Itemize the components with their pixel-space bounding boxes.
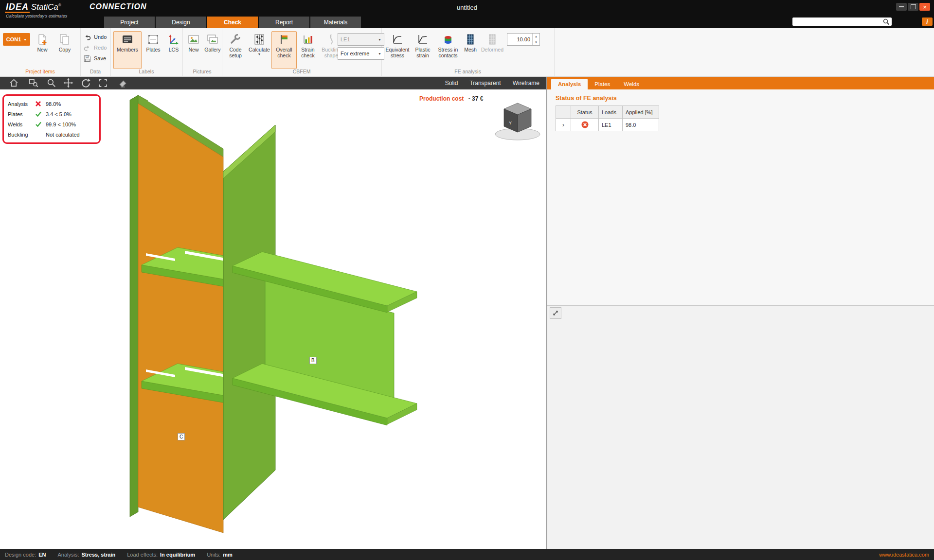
summary-row-plates: Plates 3.4 < 5.0% <box>8 109 95 119</box>
table-row[interactable]: › LE1 98.0 <box>556 119 659 131</box>
labels-lcs-button[interactable]: LCS <box>165 31 182 69</box>
close-button[interactable]: × <box>919 3 930 11</box>
applied-header: Applied [%] <box>623 106 659 119</box>
equivalent-stress-button[interactable]: Equivalent stress <box>384 31 411 69</box>
info-button[interactable]: i <box>922 18 933 26</box>
new-project-item-button[interactable]: New <box>31 31 54 69</box>
check-summary-callout: Analysis 98.0% Plates 3.4 < 5.0% Welds 9… <box>2 94 101 144</box>
results-tab-plates[interactable]: Plates <box>588 79 617 89</box>
fe-analysis-table: Status Loads Applied [%] › LE1 98.0 <box>556 105 659 131</box>
connection-item-dropdown[interactable]: CON1 ▼ <box>3 33 30 46</box>
column-left-flange <box>130 95 138 517</box>
deformed-scale-spinner[interactable]: 10.00 ▲ ▼ <box>507 33 540 46</box>
buckling-shape-icon <box>325 33 338 46</box>
code-setup-label: Code setup <box>224 47 247 58</box>
picture-new-button[interactable]: New <box>184 31 203 69</box>
panel-divider[interactable] <box>547 305 934 306</box>
applied-cell: 98.0 <box>623 119 659 131</box>
fit-view-icon <box>98 78 108 88</box>
deformed-label: Deformed <box>481 47 503 52</box>
render-mode-solid[interactable]: Solid <box>445 80 458 87</box>
pan-button[interactable] <box>62 77 74 88</box>
status-label: Units: <box>207 552 220 558</box>
home-view-button[interactable] <box>8 77 19 88</box>
plastic-strain-button[interactable]: Plastic strain <box>411 31 435 69</box>
ribbon-tab-bar: Project Design Check Report Materials <box>104 17 361 28</box>
overall-check-button[interactable]: Overall check <box>271 31 297 69</box>
summary-value: 3.4 < 5.0% <box>46 111 95 117</box>
extreme-select[interactable]: For extreme ▼ <box>338 47 384 60</box>
undo-button[interactable]: Undo <box>83 33 107 41</box>
rotate-button[interactable] <box>80 77 91 88</box>
pane-resize-button[interactable] <box>550 307 561 319</box>
deformed-button[interactable]: Deformed <box>480 31 505 69</box>
member-label-column[interactable]: C <box>178 433 185 440</box>
summary-value: 98.0% <box>46 101 95 107</box>
results-tab-welds[interactable]: Welds <box>617 79 646 89</box>
search-box[interactable] <box>792 18 892 26</box>
save-label: Save <box>94 55 106 61</box>
tab-check[interactable]: Check <box>207 17 258 28</box>
load-effect-select[interactable]: LE1 ▼ <box>338 33 384 46</box>
render-mode-transparent[interactable]: Transparent <box>469 80 501 87</box>
tab-materials[interactable]: Materials <box>310 17 361 28</box>
labels-plates-button[interactable]: Plates <box>142 31 165 69</box>
gallery-label: Gallery <box>204 47 220 52</box>
rotate-icon <box>81 78 91 88</box>
ribbon-group-fe-analysis: Equivalent stress Plastic strain Stress … <box>381 28 555 76</box>
zoom-window-button[interactable] <box>27 77 39 88</box>
results-tab-analysis[interactable]: Analysis <box>551 79 588 89</box>
strain-check-icon <box>302 33 314 46</box>
calculate-abacus-icon <box>253 33 266 46</box>
strain-check-label: Strain check <box>297 47 319 58</box>
model-viewport[interactable]: Y Analysis 98.0% Plates 3.4 < 5.0% Welds… <box>0 89 546 549</box>
pan-icon <box>63 78 73 88</box>
redo-button[interactable]: Redo <box>83 43 107 52</box>
render-mode-group: Solid Transparent Wireframe <box>445 76 539 89</box>
spin-up-icon[interactable]: ▲ <box>533 34 539 39</box>
spin-down-icon[interactable]: ▼ <box>533 39 539 45</box>
tab-design[interactable]: Design <box>156 17 206 28</box>
code-setup-button[interactable]: Code setup <box>224 31 247 69</box>
calculate-button[interactable]: Calculate ▼ <box>247 31 271 69</box>
maximize-button[interactable] <box>908 3 918 11</box>
summary-label: Plates <box>8 111 35 117</box>
render-mode-wireframe[interactable]: Wireframe <box>513 80 539 87</box>
ribbon-group-label: Labels <box>110 69 182 74</box>
equivalent-stress-label: Equivalent stress <box>385 47 410 58</box>
deformed-scale-value: 10.00 <box>507 36 532 42</box>
eraser-tool-button[interactable] <box>117 77 128 88</box>
mesh-button[interactable]: Mesh <box>461 31 480 69</box>
labels-members-button[interactable]: Members <box>113 31 142 69</box>
plates-icon <box>147 33 160 46</box>
status-label: Analysis: <box>58 552 79 558</box>
check-icon <box>35 121 42 127</box>
expand-cell[interactable]: › <box>556 119 571 131</box>
viewport-toolbar: Solid Transparent Wireframe <box>0 76 546 89</box>
header: IDEAStatiCa® Calculate yesterday's estim… <box>0 0 934 28</box>
ribbon-group-label: Data <box>80 69 110 74</box>
tab-project[interactable]: Project <box>104 17 155 28</box>
minimize-button[interactable] <box>896 3 907 11</box>
member-label-beam[interactable]: B <box>309 357 317 364</box>
ribbon-group-label: Pictures <box>182 69 222 74</box>
summary-label: Analysis <box>8 101 35 107</box>
save-button[interactable]: Save <box>83 54 106 63</box>
results-tab-bar: Analysis Plates Welds <box>547 76 934 89</box>
copy-button[interactable]: Copy <box>54 31 76 69</box>
strain-check-button[interactable]: Strain check <box>297 31 319 69</box>
zoom-fit-button[interactable] <box>97 77 108 88</box>
summary-label: Buckling <box>8 132 35 138</box>
zoom-button[interactable] <box>45 77 57 88</box>
navigation-cube[interactable]: Y <box>495 103 540 140</box>
panel-splitter[interactable] <box>546 76 547 549</box>
redo-label: Redo <box>94 45 107 51</box>
search-input[interactable] <box>792 18 882 25</box>
undo-icon <box>83 33 91 41</box>
production-cost-value: - 37 € <box>468 95 484 102</box>
website-link[interactable]: www.ideastatica.com <box>879 552 929 558</box>
status-value: mm <box>223 552 233 558</box>
stress-in-contacts-button[interactable]: Stress in contacts <box>435 31 461 69</box>
gallery-button[interactable]: Gallery <box>203 31 222 69</box>
tab-report[interactable]: Report <box>259 17 309 28</box>
